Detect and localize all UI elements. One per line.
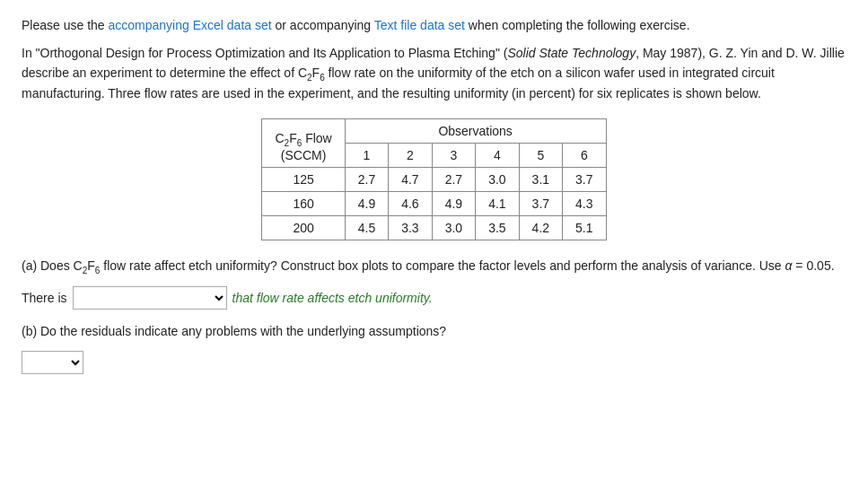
question-a-block: (a) Does C2F6 flow rate affect etch unif… <box>22 257 846 277</box>
cell-value: 3.0 <box>476 167 519 191</box>
intro-mid: or accompanying <box>272 18 374 32</box>
cell-value: 2.7 <box>345 167 388 191</box>
intro-pre: Please use the <box>22 18 109 32</box>
main-paragraph: In "Orthogonal Design for Process Optimi… <box>22 44 846 104</box>
excel-link[interactable]: accompanying Excel data set <box>109 18 272 32</box>
intro-post: when completing the following exercise. <box>465 18 690 32</box>
question-b-block: (b) Do the residuals indicate any proble… <box>22 322 846 342</box>
cell-value: 3.0 <box>432 215 475 240</box>
col-header-5: 5 <box>519 143 562 167</box>
answer-b-select[interactable]: Yes No <box>22 351 83 374</box>
cell-value: 4.9 <box>432 191 475 215</box>
cell-value: 4.1 <box>476 191 519 215</box>
cell-value: 4.3 <box>563 191 606 215</box>
cell-value: 3.3 <box>389 215 432 240</box>
cell-value: 4.5 <box>345 215 388 240</box>
cell-value: 3.7 <box>519 191 562 215</box>
intro-line: Please use the accompanying Excel data s… <box>22 16 846 35</box>
answer-a-suffix: that flow rate affects etch uniformity. <box>232 291 433 305</box>
table-row: 2004.53.33.03.54.25.1 <box>262 215 606 240</box>
cell-value: 4.7 <box>389 167 432 191</box>
flow-value: 125 <box>262 167 345 191</box>
cell-value: 2.7 <box>432 167 475 191</box>
observations-table: C2F6 Flow(SCCM) Observations 1 2 3 4 5 6… <box>261 118 606 240</box>
col-header-3: 3 <box>432 143 475 167</box>
cell-value: 3.5 <box>476 215 519 240</box>
text-link[interactable]: Text file data set <box>374 18 465 32</box>
observations-header: Observations <box>345 118 606 143</box>
there-is-label: There is <box>22 291 67 305</box>
cell-value: 5.1 <box>563 215 606 240</box>
answer-b-row: Yes No <box>22 351 846 374</box>
table-row: 1604.94.64.94.13.74.3 <box>262 191 606 215</box>
data-table-wrapper: C2F6 Flow(SCCM) Observations 1 2 3 4 5 6… <box>22 118 846 240</box>
table-row: 1252.74.72.73.03.13.7 <box>262 167 606 191</box>
question-b-text: (b) Do the residuals indicate any proble… <box>22 324 446 338</box>
cell-value: 3.1 <box>519 167 562 191</box>
col-header-2: 2 <box>389 143 432 167</box>
flow-value: 200 <box>262 215 345 240</box>
col-header-4: 4 <box>476 143 519 167</box>
col-header-1: 1 <box>345 143 388 167</box>
cell-value: 4.2 <box>519 215 562 240</box>
answer-a-select[interactable]: sufficient evidence insufficient evidenc… <box>73 286 227 310</box>
flow-value: 160 <box>262 191 345 215</box>
answer-a-row: There is sufficient evidence insufficien… <box>22 286 846 310</box>
col-header-6: 6 <box>563 143 606 167</box>
cell-value: 4.9 <box>345 191 388 215</box>
flow-column-header: C2F6 Flow(SCCM) <box>262 118 345 167</box>
cell-value: 3.7 <box>563 167 606 191</box>
cell-value: 4.6 <box>389 191 432 215</box>
question-a-text: (a) Does C2F6 flow rate affect etch unif… <box>22 258 835 273</box>
